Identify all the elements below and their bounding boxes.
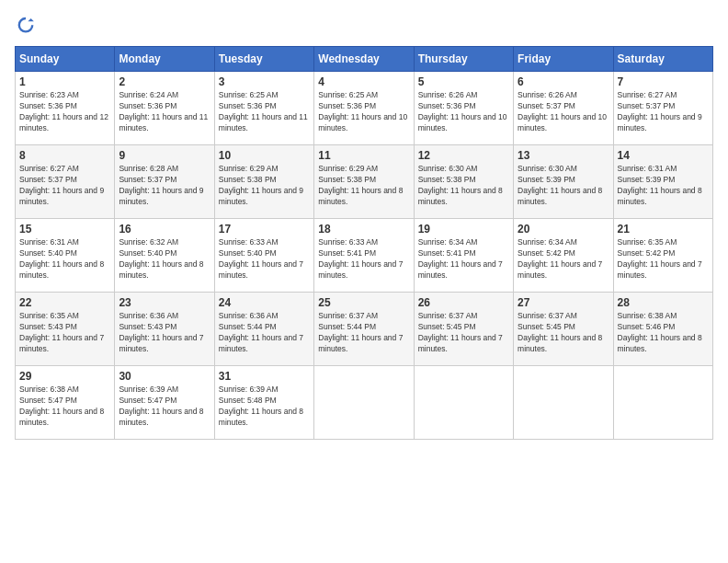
- calendar-cell: 8Sunrise: 6:27 AMSunset: 5:37 PMDaylight…: [16, 145, 115, 219]
- calendar-cell: 27Sunrise: 6:37 AMSunset: 5:45 PMDayligh…: [514, 293, 613, 366]
- calendar-cell: 6Sunrise: 6:26 AMSunset: 5:37 PMDaylight…: [514, 72, 613, 145]
- day-detail: Sunrise: 6:27 AMSunset: 5:37 PMDaylight:…: [19, 164, 110, 208]
- calendar-cell: 23Sunrise: 6:36 AMSunset: 5:43 PMDayligh…: [115, 293, 214, 366]
- day-number: 3: [219, 75, 310, 88]
- calendar-cell: 16Sunrise: 6:32 AMSunset: 5:40 PMDayligh…: [115, 219, 214, 293]
- day-number: 22: [19, 296, 110, 309]
- day-detail: Sunrise: 6:37 AMSunset: 5:45 PMDaylight:…: [518, 311, 609, 355]
- calendar-cell: 26Sunrise: 6:37 AMSunset: 5:45 PMDayligh…: [414, 293, 513, 366]
- calendar-cell: 20Sunrise: 6:34 AMSunset: 5:42 PMDayligh…: [514, 219, 613, 293]
- day-number: 23: [119, 296, 210, 309]
- day-detail: Sunrise: 6:39 AMSunset: 5:47 PMDaylight:…: [119, 385, 210, 429]
- day-detail: Sunrise: 6:33 AMSunset: 5:40 PMDaylight:…: [219, 237, 310, 282]
- day-number: 2: [119, 75, 210, 88]
- calendar-cell: 1Sunrise: 6:23 AMSunset: 5:36 PMDaylight…: [16, 72, 115, 145]
- day-number: 9: [119, 149, 210, 162]
- day-header-saturday: Saturday: [613, 47, 712, 72]
- day-number: 28: [618, 296, 709, 309]
- calendar-cell: [314, 366, 414, 440]
- day-number: 14: [618, 149, 709, 162]
- day-header-tuesday: Tuesday: [214, 47, 313, 72]
- logo: [15, 15, 40, 37]
- day-detail: Sunrise: 6:34 AMSunset: 5:41 PMDaylight:…: [418, 237, 509, 282]
- calendar-cell: 10Sunrise: 6:29 AMSunset: 5:38 PMDayligh…: [214, 145, 313, 219]
- day-number: 4: [318, 75, 409, 88]
- day-header-sunday: Sunday: [16, 47, 115, 72]
- calendar-cell: 11Sunrise: 6:29 AMSunset: 5:38 PMDayligh…: [314, 145, 414, 219]
- calendar-cell: 19Sunrise: 6:34 AMSunset: 5:41 PMDayligh…: [414, 219, 513, 293]
- day-header-thursday: Thursday: [414, 47, 513, 72]
- day-number: 1: [19, 75, 110, 88]
- day-detail: Sunrise: 6:30 AMSunset: 5:39 PMDaylight:…: [518, 164, 609, 208]
- day-number: 27: [518, 296, 609, 309]
- day-detail: Sunrise: 6:36 AMSunset: 5:44 PMDaylight:…: [219, 311, 310, 355]
- day-detail: Sunrise: 6:35 AMSunset: 5:42 PMDaylight:…: [618, 237, 709, 282]
- calendar-cell: 17Sunrise: 6:33 AMSunset: 5:40 PMDayligh…: [214, 219, 313, 293]
- calendar-cell: 30Sunrise: 6:39 AMSunset: 5:47 PMDayligh…: [115, 366, 214, 440]
- day-detail: Sunrise: 6:32 AMSunset: 5:40 PMDaylight:…: [119, 237, 210, 282]
- day-detail: Sunrise: 6:24 AMSunset: 5:36 PMDaylight:…: [119, 90, 210, 134]
- calendar-week-2: 8Sunrise: 6:27 AMSunset: 5:37 PMDaylight…: [16, 145, 713, 219]
- day-number: 13: [518, 149, 609, 162]
- day-number: 24: [219, 296, 310, 309]
- calendar-cell: 29Sunrise: 6:38 AMSunset: 5:47 PMDayligh…: [16, 366, 115, 440]
- day-number: 7: [618, 75, 709, 88]
- day-detail: Sunrise: 6:23 AMSunset: 5:36 PMDaylight:…: [19, 90, 110, 134]
- page-header: [15, 15, 713, 37]
- calendar-week-5: 29Sunrise: 6:38 AMSunset: 5:47 PMDayligh…: [16, 366, 713, 440]
- day-number: 30: [119, 370, 210, 383]
- calendar-cell: 18Sunrise: 6:33 AMSunset: 5:41 PMDayligh…: [314, 219, 414, 293]
- calendar-cell: 12Sunrise: 6:30 AMSunset: 5:38 PMDayligh…: [414, 145, 513, 219]
- day-number: 31: [219, 370, 310, 383]
- calendar-cell: 31Sunrise: 6:39 AMSunset: 5:48 PMDayligh…: [214, 366, 313, 440]
- day-detail: Sunrise: 6:25 AMSunset: 5:36 PMDaylight:…: [318, 90, 409, 134]
- calendar-week-1: 1Sunrise: 6:23 AMSunset: 5:36 PMDaylight…: [16, 72, 713, 145]
- day-detail: Sunrise: 6:27 AMSunset: 5:37 PMDaylight:…: [618, 90, 709, 134]
- calendar-cell: 13Sunrise: 6:30 AMSunset: 5:39 PMDayligh…: [514, 145, 613, 219]
- calendar-header-row: SundayMondayTuesdayWednesdayThursdayFrid…: [16, 47, 713, 72]
- day-detail: Sunrise: 6:35 AMSunset: 5:43 PMDaylight:…: [19, 311, 110, 355]
- day-detail: Sunrise: 6:38 AMSunset: 5:46 PMDaylight:…: [618, 311, 709, 355]
- calendar-cell: 24Sunrise: 6:36 AMSunset: 5:44 PMDayligh…: [214, 293, 313, 366]
- day-number: 6: [518, 75, 609, 88]
- calendar-table: SundayMondayTuesdayWednesdayThursdayFrid…: [15, 46, 713, 440]
- day-detail: Sunrise: 6:30 AMSunset: 5:38 PMDaylight:…: [418, 164, 509, 208]
- day-number: 21: [618, 223, 709, 236]
- calendar-cell: [514, 366, 613, 440]
- logo-icon: [15, 15, 37, 37]
- calendar-cell: [414, 366, 513, 440]
- day-detail: Sunrise: 6:31 AMSunset: 5:39 PMDaylight:…: [618, 164, 709, 208]
- calendar-cell: 2Sunrise: 6:24 AMSunset: 5:36 PMDaylight…: [115, 72, 214, 145]
- day-detail: Sunrise: 6:26 AMSunset: 5:37 PMDaylight:…: [518, 90, 609, 134]
- day-number: 11: [318, 149, 409, 162]
- day-number: 10: [219, 149, 310, 162]
- day-number: 17: [219, 223, 310, 236]
- day-number: 20: [518, 223, 609, 236]
- day-detail: Sunrise: 6:25 AMSunset: 5:36 PMDaylight:…: [219, 90, 310, 134]
- day-header-wednesday: Wednesday: [314, 47, 414, 72]
- day-number: 15: [19, 223, 110, 236]
- day-number: 29: [19, 370, 110, 383]
- day-detail: Sunrise: 6:26 AMSunset: 5:36 PMDaylight:…: [418, 90, 509, 134]
- calendar-cell: 4Sunrise: 6:25 AMSunset: 5:36 PMDaylight…: [314, 72, 414, 145]
- calendar-week-4: 22Sunrise: 6:35 AMSunset: 5:43 PMDayligh…: [16, 293, 713, 366]
- day-detail: Sunrise: 6:37 AMSunset: 5:44 PMDaylight:…: [318, 311, 409, 355]
- calendar-cell: 14Sunrise: 6:31 AMSunset: 5:39 PMDayligh…: [613, 145, 712, 219]
- calendar-cell: 25Sunrise: 6:37 AMSunset: 5:44 PMDayligh…: [314, 293, 414, 366]
- calendar-cell: 5Sunrise: 6:26 AMSunset: 5:36 PMDaylight…: [414, 72, 513, 145]
- day-number: 18: [318, 223, 409, 236]
- day-number: 26: [418, 296, 509, 309]
- day-detail: Sunrise: 6:31 AMSunset: 5:40 PMDaylight:…: [19, 237, 110, 282]
- day-number: 5: [418, 75, 509, 88]
- day-number: 8: [19, 149, 110, 162]
- day-detail: Sunrise: 6:38 AMSunset: 5:47 PMDaylight:…: [19, 385, 110, 429]
- day-detail: Sunrise: 6:29 AMSunset: 5:38 PMDaylight:…: [318, 164, 409, 208]
- day-header-friday: Friday: [514, 47, 613, 72]
- calendar-cell: 22Sunrise: 6:35 AMSunset: 5:43 PMDayligh…: [16, 293, 115, 366]
- day-detail: Sunrise: 6:39 AMSunset: 5:48 PMDaylight:…: [219, 385, 310, 429]
- day-number: 19: [418, 223, 509, 236]
- day-number: 25: [318, 296, 409, 309]
- day-detail: Sunrise: 6:29 AMSunset: 5:38 PMDaylight:…: [219, 164, 310, 208]
- calendar-cell: 9Sunrise: 6:28 AMSunset: 5:37 PMDaylight…: [115, 145, 214, 219]
- day-detail: Sunrise: 6:37 AMSunset: 5:45 PMDaylight:…: [418, 311, 509, 355]
